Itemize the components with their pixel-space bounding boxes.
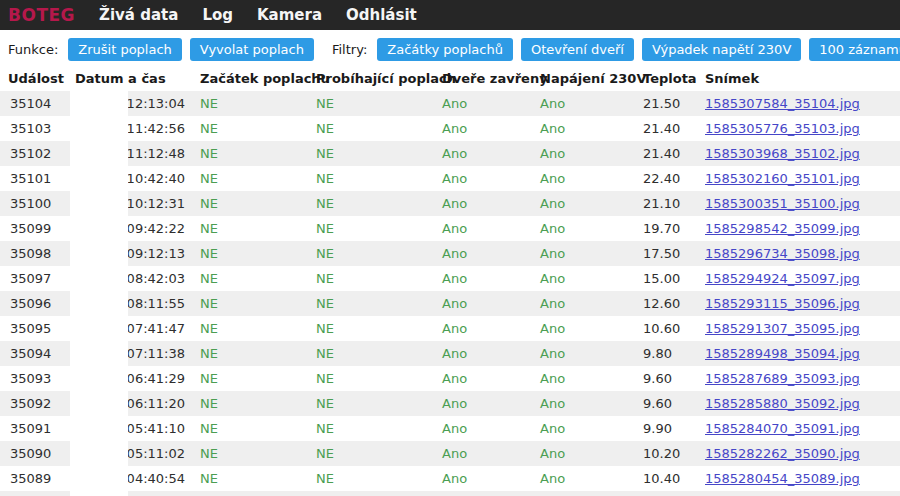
event-id: 35099 bbox=[0, 216, 68, 241]
power-value: Ano bbox=[527, 441, 630, 466]
alarm-active-value: NE bbox=[303, 391, 429, 416]
alarm-active-value: NE bbox=[303, 241, 429, 266]
snapshot-link[interactable]: 1585307584_35104.jpg bbox=[705, 96, 860, 111]
table-row: 35091 05:41:10 NE NE Ano Ano 9.90 158528… bbox=[0, 416, 900, 441]
snapshot-link[interactable]: 1585284070_35091.jpg bbox=[705, 421, 860, 436]
alarm-start-value: NE bbox=[187, 141, 303, 166]
table-row: 35095 07:41:47 NE NE Ano Ano 10.60 15852… bbox=[0, 316, 900, 341]
temperature-value: 22.40 bbox=[630, 166, 692, 191]
alarm-start-value bbox=[187, 491, 303, 496]
snapshot-link[interactable]: 1585289498_35094.jpg bbox=[705, 346, 860, 361]
header-door-closed: Dveře zavřeny bbox=[429, 69, 527, 91]
door-closed-value: Ano bbox=[429, 466, 527, 491]
table-row: 35096 08:11:55 NE NE Ano Ano 12.60 15852… bbox=[0, 291, 900, 316]
alarm-active-value: NE bbox=[303, 166, 429, 191]
brand-logo[interactable]: BOTEG bbox=[8, 5, 75, 25]
event-id: 35090 bbox=[0, 441, 68, 466]
table-row: 35089 04:40:54 NE NE Ano Ano 10.40 15852… bbox=[0, 466, 900, 491]
alarm-start-value: NE bbox=[187, 166, 303, 191]
filter-power-outage-button[interactable]: Výpadek napětí 230V bbox=[642, 38, 801, 61]
alarm-active-value: NE bbox=[303, 291, 429, 316]
temperature-value: 9.90 bbox=[630, 416, 692, 441]
alarm-start-value: NE bbox=[187, 466, 303, 491]
power-value: Ano bbox=[527, 216, 630, 241]
power-value: Ano bbox=[527, 391, 630, 416]
snapshot-link[interactable]: 1585298542_35099.jpg bbox=[705, 221, 860, 236]
filter-alarm-starts-button[interactable]: Začátky poplachů bbox=[377, 38, 513, 61]
door-closed-value: Ano bbox=[429, 141, 527, 166]
nav-item-logout[interactable]: Odhlásit bbox=[334, 6, 429, 24]
toolbar: Funkce: Zrušit poplach Vyvolat poplach F… bbox=[8, 37, 900, 61]
alarm-active-value: NE bbox=[303, 216, 429, 241]
alarm-start-value: NE bbox=[187, 441, 303, 466]
snapshot-link[interactable]: 1585302160_35101.jpg bbox=[705, 171, 860, 186]
power-value: Ano bbox=[527, 266, 630, 291]
snapshot-link[interactable]: 1585285880_35092.jpg bbox=[705, 396, 860, 411]
snapshot-link[interactable]: 1585300351_35100.jpg bbox=[705, 196, 860, 211]
table-row: 35094 07:11:38 NE NE Ano Ano 9.80 158528… bbox=[0, 341, 900, 366]
event-id: 35091 bbox=[0, 416, 68, 441]
temperature-value: 10.20 bbox=[630, 441, 692, 466]
power-value: Ano bbox=[527, 341, 630, 366]
event-id: 35100 bbox=[0, 191, 68, 216]
power-value: Ano bbox=[527, 241, 630, 266]
alarm-start-value: NE bbox=[187, 116, 303, 141]
table-header-row: Událost Datum a čas Začátek poplachu Pro… bbox=[0, 69, 900, 91]
alarm-active-value: NE bbox=[303, 441, 429, 466]
power-value: Ano bbox=[527, 191, 630, 216]
snapshot-link[interactable]: 1585294924_35097.jpg bbox=[705, 271, 860, 286]
temperature-value: 21.40 bbox=[630, 141, 692, 166]
snapshot-link[interactable]: 1585280454_35089.jpg bbox=[705, 471, 860, 486]
snapshot-link[interactable]: 1585296734_35098.jpg bbox=[705, 246, 860, 261]
alarm-start-value: NE bbox=[187, 416, 303, 441]
alarm-active-value: NE bbox=[303, 341, 429, 366]
temperature-value: 21.10 bbox=[630, 191, 692, 216]
alarm-start-value: NE bbox=[187, 216, 303, 241]
event-id: 35101 bbox=[0, 166, 68, 191]
power-value: Ano bbox=[527, 366, 630, 391]
event-id: 35097 bbox=[0, 266, 68, 291]
alarm-active-value: NE bbox=[303, 266, 429, 291]
alarm-active-value: NE bbox=[303, 316, 429, 341]
event-table-body: 35104 12:13:04 NE NE Ano Ano 21.50 15853… bbox=[0, 91, 900, 496]
table-row: 35092 06:11:20 NE NE Ano Ano 9.60 158528… bbox=[0, 391, 900, 416]
snapshot-link[interactable]: 1585287689_35093.jpg bbox=[705, 371, 860, 386]
header-alarm-active: Probíhající poplach bbox=[303, 69, 429, 91]
snapshot-link[interactable]: 1585303968_35102.jpg bbox=[705, 146, 860, 161]
event-table: Událost Datum a čas Začátek poplachu Pro… bbox=[0, 69, 900, 496]
table-row: 35102 11:12:48 NE NE Ano Ano 21.40 15853… bbox=[0, 141, 900, 166]
event-id: 35098 bbox=[0, 241, 68, 266]
functions-label: Funkce: bbox=[8, 42, 58, 57]
temperature-value: 21.50 bbox=[630, 91, 692, 116]
nav-item-camera[interactable]: Kamera bbox=[245, 6, 334, 24]
trigger-alarm-button[interactable]: Vyvolat poplach bbox=[190, 38, 314, 61]
nav-item-log[interactable]: Log bbox=[190, 6, 245, 24]
filter-door-open-button[interactable]: Otevření dveří bbox=[521, 38, 634, 61]
power-value: Ano bbox=[527, 316, 630, 341]
event-id: 35089 bbox=[0, 466, 68, 491]
snapshot-link[interactable]: 1585291307_35095.jpg bbox=[705, 321, 860, 336]
alarm-active-value: NE bbox=[303, 366, 429, 391]
alarm-start-value: NE bbox=[187, 291, 303, 316]
snapshot-link[interactable]: 1585305776_35103.jpg bbox=[705, 121, 860, 136]
door-closed-value: Ano bbox=[429, 291, 527, 316]
door-closed-value: Ano bbox=[429, 266, 527, 291]
door-closed-value: Ano bbox=[429, 91, 527, 116]
temperature-value: 9.80 bbox=[630, 341, 692, 366]
snapshot-link[interactable]: 1585293115_35096.jpg bbox=[705, 296, 860, 311]
table-row: 35099 09:42:22 NE NE Ano Ano 19.70 15852… bbox=[0, 216, 900, 241]
filter-100-records-button[interactable]: 100 záznamů bbox=[809, 38, 900, 61]
table-row: 35101 10:42:40 NE NE Ano Ano 22.40 15853… bbox=[0, 166, 900, 191]
cancel-alarm-button[interactable]: Zrušit poplach bbox=[68, 38, 182, 61]
power-value: Ano bbox=[527, 116, 630, 141]
partial-row bbox=[0, 491, 900, 496]
snapshot-link[interactable]: 1585282262_35090.jpg bbox=[705, 446, 860, 461]
event-id: 35103 bbox=[0, 116, 68, 141]
nav-item-live-data[interactable]: Živá data bbox=[87, 6, 190, 24]
alarm-active-value bbox=[303, 491, 429, 496]
alarm-start-value: NE bbox=[187, 91, 303, 116]
event-id: 35104 bbox=[0, 91, 68, 116]
table-row: 35093 06:41:29 NE NE Ano Ano 9.60 158528… bbox=[0, 366, 900, 391]
door-closed-value: Ano bbox=[429, 366, 527, 391]
filters-label: Filtry: bbox=[332, 42, 367, 57]
